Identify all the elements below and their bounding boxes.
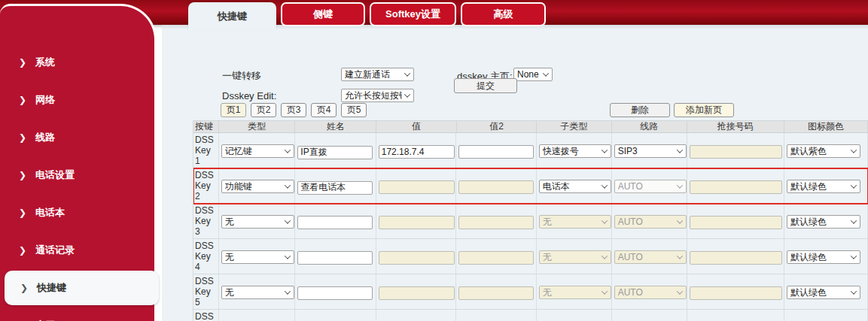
- delete-button[interactable]: 删除: [610, 103, 670, 117]
- dss-key-label: DSS Key 4: [195, 241, 218, 272]
- dss-key-table: 按键类型姓名值值2子类型线路抢接号码图标颜色 DSS Key 1 记忆键 快速拨…: [193, 120, 868, 321]
- icon-color-select[interactable]: 默认绿色: [787, 215, 860, 229]
- pickup-number-input[interactable]: [690, 286, 782, 300]
- icon-color-select[interactable]: 默认绿色: [787, 250, 860, 264]
- name-input[interactable]: [297, 251, 373, 265]
- chevron-right-icon: ❯: [19, 95, 26, 104]
- icon-color-select[interactable]: 默认紫色: [787, 144, 860, 158]
- sidebar-item[interactable]: ❯应用: [0, 307, 154, 321]
- chevron-down-icon: [601, 253, 607, 259]
- sidebar-item-label: 通话记录: [35, 244, 75, 257]
- dss-key-label: DSS Key 5: [195, 276, 218, 307]
- subtype-select[interactable]: 电话本: [539, 180, 611, 193]
- name-input[interactable]: [297, 286, 373, 300]
- chevron-down-icon: [285, 288, 291, 294]
- value2-input[interactable]: [458, 286, 534, 300]
- tab[interactable]: 高级: [461, 2, 546, 26]
- chevron-down-icon: [676, 182, 682, 188]
- chevron-down-icon: [601, 182, 607, 188]
- subtype-select[interactable]: 快速拨号: [539, 144, 611, 158]
- chevron-right-icon: ❯: [19, 208, 26, 217]
- value-input[interactable]: [379, 145, 455, 159]
- dss-key-label: DSS Key 6: [195, 311, 218, 321]
- dsskey-home-select[interactable]: None: [513, 68, 553, 81]
- type-select[interactable]: 记忆键: [221, 144, 294, 158]
- name-input[interactable]: [297, 146, 373, 159]
- page-button[interactable]: 页1: [221, 103, 246, 117]
- tab[interactable]: 侧键: [281, 2, 365, 26]
- chevron-down-icon: [285, 217, 291, 223]
- content-panel: 一键转移 建立新通话 dsskey 主页: None Dsskey Edit: …: [162, 25, 868, 321]
- chevron-down-icon: [404, 70, 410, 76]
- table-row: DSS Key 2 功能键 电话本 AUTO 默认绿色: [193, 168, 868, 204]
- subtype-select[interactable]: 无: [539, 215, 611, 229]
- name-input[interactable]: [297, 181, 373, 195]
- value2-input[interactable]: [458, 251, 534, 265]
- sidebar-item[interactable]: ❯电话本: [0, 194, 154, 232]
- submit-button[interactable]: 提交: [454, 78, 517, 93]
- line-select[interactable]: SIP3: [614, 144, 687, 158]
- chevron-down-icon: [285, 182, 291, 188]
- column-header: 子类型: [537, 121, 612, 132]
- column-header: 值: [376, 121, 457, 132]
- sidebar-item-label: 系统: [35, 56, 55, 69]
- chevron-down-icon: [285, 147, 291, 153]
- type-select[interactable]: 无: [221, 215, 294, 229]
- type-select[interactable]: 无: [221, 286, 294, 299]
- sidebar-item[interactable]: ❯网络: [0, 81, 154, 119]
- icon-color-select[interactable]: 默认绿色: [787, 286, 860, 299]
- top-tab-bar: 快捷键侧键Softkey设置高级: [188, 2, 546, 31]
- table-row: DSS Key 5 无 无 AUTO 默认绿色: [193, 274, 868, 310]
- chevron-down-icon: [676, 288, 682, 294]
- tab[interactable]: 快捷键: [188, 2, 276, 31]
- type-select[interactable]: 无: [221, 250, 294, 264]
- sidebar-item[interactable]: ❯通话记录: [0, 232, 154, 269]
- type-select[interactable]: 功能键: [221, 180, 294, 193]
- icon-color-select[interactable]: 默认绿色: [787, 180, 860, 193]
- add-page-button[interactable]: 添加新页: [674, 103, 734, 117]
- sidebar-item[interactable]: ❯快捷键: [0, 269, 154, 307]
- transfer-select[interactable]: 建立新通话: [341, 68, 414, 81]
- pickup-number-input[interactable]: [690, 180, 782, 194]
- value-input[interactable]: [379, 216, 455, 229]
- table-body: DSS Key 1 记忆键 快速拨号 SIP3 默认紫色 DSS Key 2: [193, 133, 868, 321]
- value-input[interactable]: [379, 286, 455, 300]
- line-select[interactable]: AUTO: [614, 286, 687, 299]
- subtype-select[interactable]: 无: [539, 250, 611, 264]
- value2-input[interactable]: [458, 180, 534, 194]
- chevron-down-icon: [851, 147, 857, 153]
- sidebar-item[interactable]: ❯电话设置: [0, 156, 154, 194]
- subtype-select[interactable]: 无: [539, 286, 611, 299]
- line-select[interactable]: AUTO: [614, 180, 687, 193]
- dss-key-label: DSS Key 1: [195, 135, 218, 166]
- line-select[interactable]: AUTO: [614, 250, 687, 264]
- value2-input[interactable]: [458, 216, 534, 229]
- value-input[interactable]: [379, 180, 455, 194]
- value-input[interactable]: [379, 251, 455, 265]
- name-input[interactable]: [297, 216, 373, 229]
- pickup-number-input[interactable]: [690, 145, 782, 159]
- chevron-right-icon: ❯: [19, 58, 26, 67]
- pickup-number-input[interactable]: [690, 216, 782, 229]
- column-header: 抢接号码: [687, 121, 785, 132]
- chevron-down-icon: [543, 70, 549, 76]
- table-row: DSS Key 4 无 无 AUTO 默认绿色: [193, 239, 868, 274]
- page-button[interactable]: 页2: [251, 103, 276, 117]
- page-button[interactable]: 页5: [341, 103, 367, 117]
- value2-input[interactable]: [458, 145, 534, 159]
- tab[interactable]: Softkey设置: [370, 2, 456, 26]
- chevron-down-icon: [601, 147, 607, 153]
- sidebar-item[interactable]: ❯系统: [0, 44, 154, 81]
- sidebar-item-label: 网络: [35, 93, 55, 107]
- page-button[interactable]: 页4: [311, 103, 337, 117]
- table-row: DSS Key 6 无 无 AUTO 默认绿色: [193, 310, 868, 321]
- pickup-number-input[interactable]: [690, 251, 782, 265]
- sidebar-item[interactable]: ❯线路: [0, 119, 154, 156]
- line-select[interactable]: AUTO: [614, 215, 687, 229]
- dsskey-edit-select[interactable]: 允许长按短按键: [341, 89, 414, 102]
- chevron-down-icon: [285, 253, 291, 259]
- column-header: 图标颜色: [784, 121, 868, 132]
- page-tabs: 页1页2页3页4页5: [221, 103, 367, 117]
- chevron-right-icon: ❯: [19, 246, 26, 255]
- page-button[interactable]: 页3: [281, 103, 306, 117]
